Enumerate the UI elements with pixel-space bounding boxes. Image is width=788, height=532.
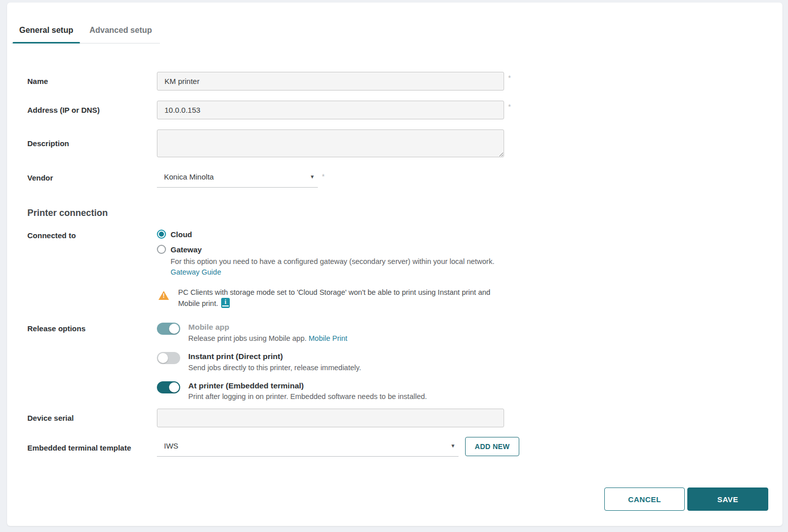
documentation-info-icon[interactable] [221,298,230,308]
gateway-guide-link[interactable]: Gateway Guide [171,268,221,277]
tab-general-setup[interactable]: General setup [11,20,81,43]
mobile-print-link[interactable]: Mobile Print [309,334,348,342]
instant-print-toggle[interactable] [157,352,180,364]
vendor-select-value: Konica Minolta [164,172,214,181]
toggle-item-mobile-app: Mobile app Release print jobs using Mobi… [157,323,427,342]
save-button[interactable]: SAVE [687,487,768,511]
radio-icon-selected [157,230,166,239]
name-input[interactable] [157,72,504,91]
template-row: Embedded terminal template IWS ▼ ADD NEW [27,439,782,457]
address-input[interactable] [157,101,504,119]
add-new-button[interactable]: ADD NEW [465,437,519,456]
tab-advanced-setup[interactable]: Advanced setup [81,20,160,43]
mobile-app-desc: Release print jobs using Mobile app. Mob… [188,334,347,342]
radio-option-cloud[interactable]: Cloud [157,230,506,239]
printer-setup-card: General setup Advanced setup Name * Addr… [7,3,782,526]
vendor-select[interactable]: Konica Minolta ▼ [157,170,318,188]
device-serial-input[interactable] [157,409,504,427]
release-options-row: Release options Mobile app Release print… [27,323,782,401]
at-printer-title: At printer (Embedded terminal) [188,381,427,391]
tab-bar: General setup Advanced setup [11,20,160,43]
description-label: Description [27,139,157,148]
chevron-down-icon: ▼ [450,443,455,449]
description-row: Description [27,129,782,157]
gateway-help: For this option you need to have a confi… [171,257,494,277]
required-asterisk: * [508,103,511,111]
at-printer-desc: Print after logging in on printer. Embed… [188,392,427,401]
mobile-app-toggle[interactable] [157,323,180,335]
name-label: Name [27,77,157,85]
template-select[interactable]: IWS ▼ [157,439,459,457]
form-actions: CANCEL SAVE [604,487,768,511]
address-row: Address (IP or DNS) * [27,101,782,119]
instant-print-title: Instant print (Direct print) [188,352,361,362]
at-printer-toggle[interactable] [157,381,180,393]
mobile-app-title: Mobile app [188,323,347,332]
radio-label-cloud: Cloud [171,230,192,239]
template-label: Embedded terminal template [27,439,157,457]
required-asterisk: * [322,172,324,181]
cloud-storage-warning: PC Clients with storage mode set to 'Clo… [157,288,506,308]
connected-to-label: Connected to [27,230,157,323]
required-asterisk: * [508,74,511,82]
cancel-button[interactable]: CANCEL [604,487,685,511]
connected-to-row: Connected to Cloud Gateway For this opti… [27,230,782,323]
radio-icon-unselected [157,245,166,254]
template-select-value: IWS [164,441,178,450]
warning-icon [158,291,169,300]
description-textarea[interactable] [157,129,504,157]
general-setup-form: Name * Address (IP or DNS) * Description… [27,72,782,457]
toggle-item-at-printer: At printer (Embedded terminal) Print aft… [157,381,427,401]
radio-label-gateway: Gateway [171,245,202,254]
vendor-label: Vendor [27,170,157,188]
name-row: Name * [27,72,782,91]
device-serial-row: Device serial [27,409,782,427]
gateway-help-text: For this option you need to have a confi… [171,257,494,265]
warning-text: PC Clients with storage mode set to 'Clo… [178,288,506,308]
address-label: Address (IP or DNS) [27,106,157,114]
instant-print-desc: Send jobs directly to this printer, rele… [188,364,361,372]
printer-connection-heading: Printer connection [27,208,782,218]
release-options-label: Release options [27,323,157,401]
toggle-item-instant-print: Instant print (Direct print) Send jobs d… [157,352,427,372]
chevron-down-icon: ▼ [310,174,315,180]
radio-option-gateway[interactable]: Gateway [157,245,506,254]
device-serial-label: Device serial [27,414,157,422]
vendor-row: Vendor Konica Minolta ▼ * [27,170,782,188]
